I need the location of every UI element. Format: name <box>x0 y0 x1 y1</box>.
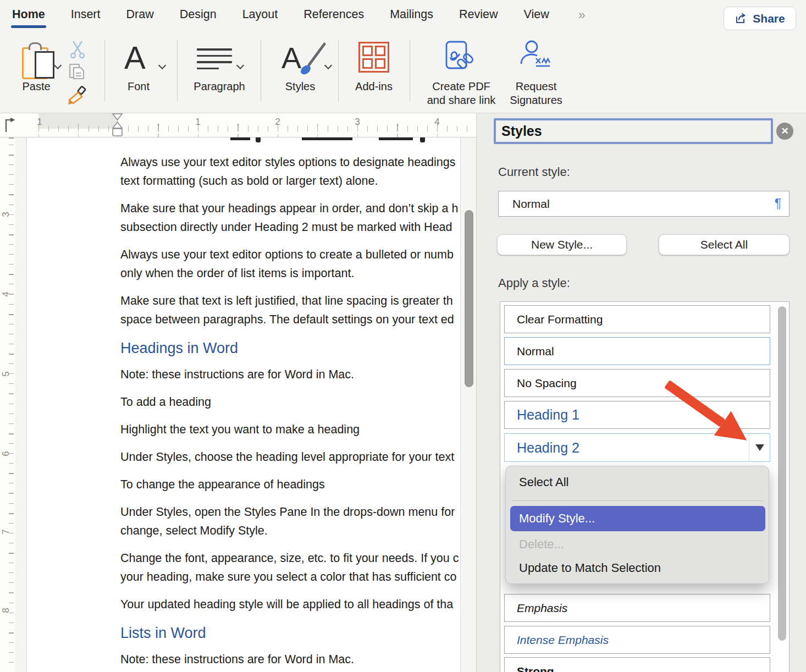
style-list: Clear Formatting Normal No Spacing Headi… <box>500 301 790 672</box>
menu-item-select-all[interactable]: Select All <box>519 475 569 489</box>
divider <box>261 40 261 101</box>
ruler-number: 3 <box>1 208 12 221</box>
ruler-number: 2 <box>272 117 283 128</box>
document-paragraph: Under Styles, open the Styles Pane In th… <box>120 503 460 540</box>
select-all-button[interactable]: Select All <box>659 234 790 255</box>
heading-2-dropdown-button[interactable] <box>749 434 770 461</box>
document-line: Make sure that text is left justified, t… <box>120 291 460 310</box>
tab-design[interactable]: Design <box>180 8 217 26</box>
request-signatures-icon[interactable] <box>518 40 553 74</box>
document-line: Always use your text editor styles optio… <box>120 153 460 172</box>
style-item-no-spacing[interactable]: No Spacing <box>504 369 770 397</box>
chevron-down-icon[interactable] <box>158 62 166 69</box>
document-line: text formatting (such as bold or larger … <box>120 172 460 190</box>
document-paragraph: Your updated heading style will be appli… <box>120 595 460 614</box>
document-scrollbar[interactable] <box>465 210 473 387</box>
copy-icon[interactable] <box>68 63 86 82</box>
document-line: Change the font, appearance, size, etc. … <box>120 549 460 568</box>
clipped-text-line <box>120 137 461 143</box>
styles-pane: Styles ✕ Current style: Normal ¶ New Sty… <box>476 113 806 672</box>
style-list-scrollbar[interactable] <box>778 306 786 641</box>
share-button[interactable]: Share <box>724 7 796 30</box>
style-item-normal[interactable]: Normal <box>504 337 770 365</box>
tab-references[interactable]: References <box>303 8 364 26</box>
vertical-ruler: 3 4 5 6 7 8 <box>0 137 15 672</box>
document-line: Under Styles, choose the heading level a… <box>120 448 460 466</box>
tab-mailings[interactable]: Mailings <box>390 8 433 26</box>
style-item-strong[interactable]: Strong <box>504 657 770 672</box>
menu-item-update-to-match-selection[interactable]: Update to Match Selection <box>519 561 661 575</box>
create-pdf-icon[interactable] <box>444 41 479 76</box>
dropdown-arrow-icon <box>755 444 764 451</box>
share-label: Share <box>753 12 785 25</box>
chevron-down-icon[interactable] <box>236 62 244 69</box>
document-page[interactable]: Always use your text editor styles optio… <box>26 137 461 672</box>
horizontal-ruler[interactable]: 1 1 2 3 4 <box>0 113 476 137</box>
document-area: Always use your text editor styles optio… <box>15 137 476 672</box>
menu-item-modify-style[interactable]: Modify Style... <box>510 506 765 531</box>
document-content: Always use your text editor styles optio… <box>27 137 460 672</box>
paste-button[interactable] <box>22 47 48 79</box>
divider <box>104 40 105 101</box>
document-line: Highlight the text you want to make a he… <box>120 420 460 439</box>
ribbon-overflow-chevron-icon[interactable]: » <box>578 8 584 26</box>
style-item-emphasis[interactable]: Emphasis <box>504 594 770 622</box>
ruler-lower-ticks <box>38 134 476 137</box>
styles-label: Styles <box>278 80 323 93</box>
document-paragraph: Under Styles, choose the heading level a… <box>120 448 460 466</box>
add-ins-icon[interactable] <box>358 42 389 73</box>
tab-view[interactable]: View <box>524 8 549 26</box>
style-item-heading-2[interactable]: Heading 2 <box>504 433 770 462</box>
format-painter-icon[interactable] <box>66 86 87 106</box>
document-paragraph: Change the font, appearance, size, etc. … <box>120 549 460 586</box>
chevron-down-icon[interactable] <box>54 62 62 69</box>
tab-layout[interactable]: Layout <box>242 8 278 26</box>
tab-draw[interactable]: Draw <box>126 8 154 26</box>
ruler-number: 3 <box>352 117 363 128</box>
document-heading: Lists in Word <box>120 623 460 643</box>
document-line: Under Styles, open the Styles Pane In th… <box>120 503 460 521</box>
document-paragraph: Always use your text editor styles optio… <box>120 153 460 190</box>
paragraph-icon[interactable] <box>197 48 232 74</box>
ruler-number: 4 <box>432 117 443 128</box>
document-line: Note: these instructions are for Word in… <box>120 365 460 384</box>
ruler-number: 1 <box>34 117 45 128</box>
document-line: Your updated heading style will be appli… <box>120 595 460 614</box>
request-signatures-label-line2: Signatures <box>503 94 570 107</box>
create-pdf-label-line1: Create PDF <box>422 80 500 93</box>
styles-pane-title: Styles <box>494 118 773 144</box>
create-pdf-label-line2: and share link <box>422 94 500 107</box>
tab-insert[interactable]: Insert <box>71 8 101 26</box>
document-heading: Headings in Word <box>120 338 460 359</box>
style-item-heading-2-label: Heading 2 <box>517 440 579 456</box>
new-style-button[interactable]: New Style... <box>497 234 627 255</box>
document-line: To add a heading <box>120 393 460 411</box>
add-ins-label: Add-ins <box>346 80 402 93</box>
style-item-intense-emphasis[interactable]: Intense Emphasis <box>504 626 770 654</box>
close-button[interactable]: ✕ <box>776 123 793 140</box>
document-paragraph: Note: these instructions are for Word in… <box>120 650 460 669</box>
cut-scissors-icon[interactable] <box>69 40 86 59</box>
ruler-minor-ticks <box>38 126 476 131</box>
divider <box>410 40 410 101</box>
font-label: Font <box>117 80 161 93</box>
close-icon: ✕ <box>781 125 788 137</box>
style-item-heading-1[interactable]: Heading 1 <box>504 401 770 429</box>
document-line: only when the order of list items is imp… <box>120 264 460 283</box>
share-icon <box>735 12 748 25</box>
paragraph-label: Paragraph <box>186 80 253 93</box>
tab-review[interactable]: Review <box>459 8 498 26</box>
divider <box>177 40 178 101</box>
clipboard-icon <box>29 42 42 50</box>
paste-label: Paste <box>15 80 57 93</box>
font-icon[interactable]: A <box>124 42 146 74</box>
tab-selector-icon[interactable] <box>3 118 18 133</box>
pilcrow-icon: ¶ <box>775 196 781 211</box>
tab-home[interactable]: Home <box>12 8 45 26</box>
style-context-menu: Select All Modify Style... Delete... Upd… <box>505 466 769 584</box>
indent-markers[interactable] <box>111 113 124 137</box>
ruler-number: 8 <box>1 604 12 617</box>
divider <box>338 40 339 101</box>
current-style-box: Normal ¶ <box>498 191 790 217</box>
style-item-clear-formatting[interactable]: Clear Formatting <box>504 305 770 333</box>
